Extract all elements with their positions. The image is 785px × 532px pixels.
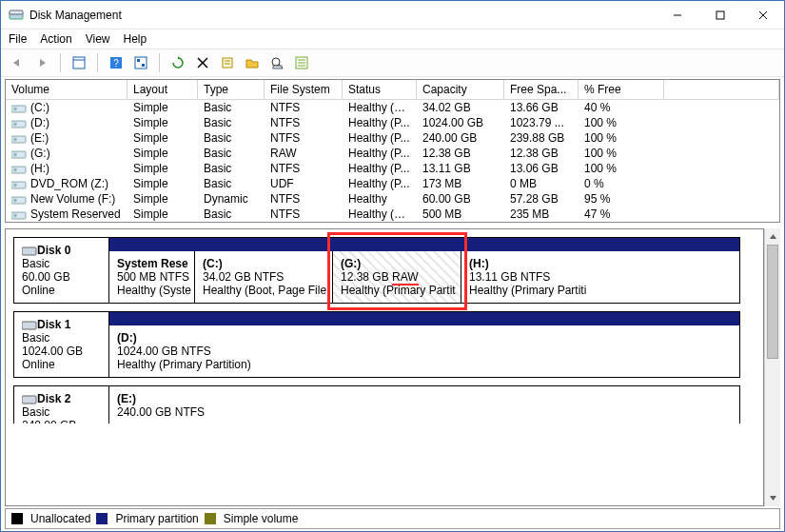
table-row[interactable]: (H:)SimpleBasicNTFSHealthy (P...13.11 GB… <box>6 161 779 176</box>
svg-rect-12 <box>142 64 145 67</box>
partition-title: System Rese <box>117 257 186 270</box>
disk-map[interactable]: Disk 0Basic60.00 GBOnlineSystem Rese500 … <box>6 229 763 505</box>
cell-status: Healthy (S... <box>343 207 417 222</box>
app-icon <box>9 8 24 23</box>
cell-pct: 100 % <box>579 130 664 146</box>
disk-block[interactable]: Disk 2Basic240.00 GB(E:)240.00 GB NTFS <box>13 385 740 424</box>
menu-view[interactable]: View <box>86 32 110 46</box>
forward-button[interactable] <box>31 52 52 73</box>
drive-icon <box>11 209 27 221</box>
cell-fs: RAW <box>265 146 343 161</box>
legend: Unallocated Primary partition Simple vol… <box>5 508 780 529</box>
help-button[interactable]: ? <box>106 52 127 73</box>
partition[interactable]: (C:)34.02 GB NTFSHealthy (Boot, Page Fil… <box>195 251 333 303</box>
table-row[interactable]: New Volume (F:)SimpleDynamicNTFSHealthy6… <box>6 191 779 207</box>
swatch-simple <box>205 513 216 524</box>
refresh-button[interactable] <box>167 52 188 73</box>
cell-pct: 95 % <box>579 191 664 207</box>
drive-icon <box>11 118 27 129</box>
partition[interactable]: (E:)240.00 GB NTFS <box>109 386 690 424</box>
disk-info: Disk 1Basic1024.00 GBOnline <box>14 312 109 377</box>
cell-free: 12.38 GB <box>504 146 579 161</box>
maximize-button[interactable] <box>698 1 741 29</box>
col-status[interactable]: Status <box>343 80 417 100</box>
partition-line2: 240.00 GB NTFS <box>117 405 682 419</box>
scroll-thumb[interactable] <box>767 245 778 359</box>
col-capacity[interactable]: Capacity <box>417 80 504 100</box>
back-button[interactable] <box>7 52 28 73</box>
svg-rect-11 <box>137 59 140 62</box>
table-row[interactable]: (C:)SimpleBasicNTFSHealthy (B...34.02 GB… <box>6 100 779 115</box>
minimize-button[interactable] <box>656 1 698 29</box>
cell-free: 57.28 GB <box>504 191 579 207</box>
col-volume[interactable]: Volume <box>6 80 128 100</box>
cell-capacity: 1024.00 GB <box>417 115 504 130</box>
volume-list[interactable]: Volume Layout Type File System Status Ca… <box>5 79 780 223</box>
partition[interactable]: (D:)1024.00 GB NTFSHealthy (Primary Part… <box>109 325 690 377</box>
cell-capacity: 173 MB <box>417 176 504 191</box>
col-filesystem[interactable]: File System <box>265 80 343 100</box>
cell-type: Basic <box>198 207 265 222</box>
open-button[interactable] <box>242 52 263 73</box>
partition[interactable]: System Rese500 MB NTFSHealthy (Syste <box>109 251 195 303</box>
list-button[interactable] <box>291 52 312 73</box>
cell-layout: Simple <box>128 130 198 146</box>
drive-icon <box>11 148 27 160</box>
volume-list-header[interactable]: Volume Layout Type File System Status Ca… <box>6 80 779 100</box>
cell-pct: 0 % <box>579 176 664 191</box>
scroll-up-button[interactable] <box>765 228 780 245</box>
cell-pct: 100 % <box>579 161 664 176</box>
col-pctfree[interactable]: % Free <box>579 80 664 100</box>
settings-button[interactable] <box>130 52 151 73</box>
delete-button[interactable] <box>192 52 213 73</box>
svg-rect-43 <box>22 396 36 404</box>
show-hide-tree-button[interactable] <box>69 52 89 73</box>
col-type[interactable]: Type <box>198 80 265 100</box>
svg-point-18 <box>272 58 280 66</box>
cell-type: Basic <box>198 100 265 115</box>
cell-fs: NTFS <box>265 207 343 222</box>
svg-line-4 <box>759 11 767 19</box>
table-row[interactable]: DVD_ROM (Z:)SimpleBasicUDFHealthy (P...1… <box>6 176 779 191</box>
table-row[interactable]: (G:)SimpleBasicRAWHealthy (P...12.38 GB1… <box>6 146 779 161</box>
disk-info: Disk 0Basic60.00 GBOnline <box>14 238 109 303</box>
menu-help[interactable]: Help <box>124 32 147 46</box>
rescan-button[interactable] <box>266 52 287 73</box>
partition-line2: 34.02 GB NTFS <box>203 270 324 284</box>
col-free[interactable]: Free Spa... <box>504 80 579 100</box>
menu-file[interactable]: File <box>9 32 27 46</box>
partition[interactable]: (H:)13.11 GB NTFSHealthy (Primary Partit… <box>461 251 604 303</box>
cell-type: Dynamic <box>198 191 265 207</box>
svg-rect-6 <box>73 57 85 69</box>
scroll-track[interactable] <box>765 245 780 490</box>
close-button[interactable] <box>741 1 784 29</box>
volume-name: System Reserved <box>30 207 121 221</box>
svg-rect-1 <box>10 10 23 14</box>
cell-layout: Simple <box>128 146 198 161</box>
cell-layout: Simple <box>128 161 198 176</box>
partition[interactable]: (G:)12.38 GB RAWHealthy (Primary Partit <box>333 251 461 303</box>
menu-action[interactable]: Action <box>40 32 71 46</box>
cell-type: Basic <box>198 161 265 176</box>
svg-line-5 <box>759 11 767 19</box>
drive-icon <box>11 179 27 190</box>
svg-point-38 <box>13 198 17 202</box>
toolbar: ? <box>1 49 784 77</box>
disk-block[interactable]: Disk 1Basic1024.00 GBOnline(D:)1024.00 G… <box>13 311 740 378</box>
table-row[interactable]: (E:)SimpleBasicNTFSHealthy (P...240.00 G… <box>6 130 779 146</box>
table-row[interactable]: (D:)SimpleBasicNTFSHealthy (P...1024.00 … <box>6 115 779 130</box>
vertical-scrollbar[interactable] <box>764 228 780 506</box>
legend-primary: Primary partition <box>115 512 198 525</box>
svg-rect-42 <box>22 322 36 329</box>
svg-point-36 <box>13 183 17 187</box>
scroll-down-button[interactable] <box>765 490 780 506</box>
properties-button[interactable] <box>217 52 238 73</box>
partition-title: (C:) <box>203 257 324 270</box>
partition-title: (D:) <box>117 331 682 345</box>
volume-name: New Volume (F:) <box>30 192 115 206</box>
cell-layout: Simple <box>128 191 198 207</box>
swatch-primary <box>96 513 108 524</box>
col-layout[interactable]: Layout <box>128 80 198 100</box>
table-row[interactable]: System ReservedSimpleBasicNTFSHealthy (S… <box>6 207 779 222</box>
disk-block[interactable]: Disk 0Basic60.00 GBOnlineSystem Rese500 … <box>13 237 740 304</box>
